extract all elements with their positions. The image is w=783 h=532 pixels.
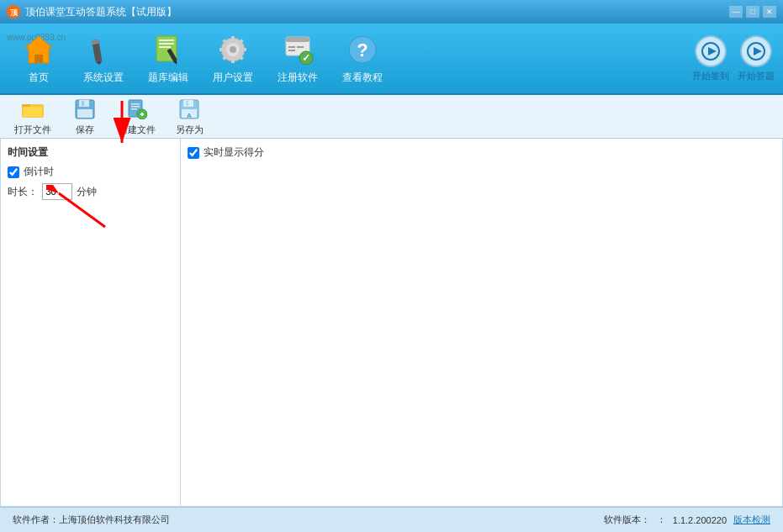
save-icon bbox=[73, 97, 97, 121]
svg-rect-16 bbox=[231, 36, 235, 40]
edit-icon bbox=[151, 33, 185, 66]
realtime-score-row: 实时显示得分 bbox=[188, 145, 775, 160]
svg-rect-53 bbox=[186, 101, 188, 106]
sub-toolbar-save-label: 保存 bbox=[76, 124, 94, 136]
toolbar-label-question-editor: 题库编辑 bbox=[148, 71, 188, 85]
svg-rect-27 bbox=[297, 46, 304, 48]
new-doc-icon bbox=[127, 99, 147, 119]
start-signin-button[interactable]: 开始签到 bbox=[692, 35, 729, 82]
duration-unit: 分钟 bbox=[77, 185, 97, 199]
countdown-row: 倒计时 bbox=[8, 165, 173, 179]
status-bar: 软件作者： 上海顶伯软件科技有限公司 软件版本： ： 1.1.2.200220 … bbox=[0, 507, 783, 532]
duration-label: 时长： bbox=[8, 185, 38, 199]
svg-rect-10 bbox=[159, 46, 171, 48]
svg-rect-26 bbox=[288, 46, 295, 48]
toolbar-label-user-settings: 用户设置 bbox=[213, 71, 253, 85]
svg-rect-50 bbox=[141, 113, 143, 116]
start-answer-label: 开始答题 bbox=[738, 70, 775, 82]
toolbar-item-system-settings[interactable]: 系统设置 bbox=[73, 27, 134, 90]
left-panel: 时间设置 倒计时 时长： 分钟 bbox=[0, 139, 181, 507]
toolbar-item-question-editor[interactable]: 题库编辑 bbox=[138, 27, 198, 90]
toolbar-label-tutorial: 查看教程 bbox=[342, 71, 383, 85]
right-panel: 实时显示得分 bbox=[181, 139, 783, 507]
sub-toolbar-open-file-label: 打开文件 bbox=[14, 124, 51, 136]
time-settings-title: 时间设置 bbox=[8, 145, 173, 160]
version-check-button[interactable]: 版本检测 bbox=[733, 514, 770, 526]
sub-toolbar-open-file[interactable]: 打开文件 bbox=[8, 97, 57, 136]
user-settings-icon bbox=[216, 33, 250, 66]
svg-text:✓: ✓ bbox=[302, 52, 310, 64]
home-icon-wrap bbox=[21, 32, 56, 67]
toolbar-item-user-settings[interactable]: 用户设置 bbox=[203, 27, 263, 90]
help-icon: ? bbox=[346, 33, 379, 66]
svg-rect-18 bbox=[220, 48, 224, 51]
countdown-checkbox[interactable] bbox=[8, 166, 19, 178]
version-label: 软件版本： bbox=[604, 514, 650, 526]
sub-toolbar-new-file[interactable]: 新建文件 bbox=[113, 97, 161, 136]
start-signin-label: 开始签到 bbox=[692, 70, 729, 82]
content-area: 时间设置 倒计时 时长： 分钟 实时显示得分 bbox=[0, 139, 783, 507]
svg-rect-25 bbox=[286, 37, 309, 42]
author-label: 软件作者： bbox=[13, 514, 59, 526]
register-icon-wrap: ✓ bbox=[280, 32, 315, 67]
maximize-button[interactable]: □ bbox=[746, 6, 759, 18]
svg-rect-42 bbox=[82, 101, 84, 106]
window-title: 顶伯课堂互动答题系统【试用版】 bbox=[25, 5, 177, 19]
title-bar: 顶 顶伯课堂互动答题系统【试用版】 — □ ✕ bbox=[0, 0, 783, 24]
main-toolbar: 首页 系统设置 题库编辑 bbox=[0, 24, 783, 95]
save-disk-icon bbox=[75, 99, 95, 119]
realtime-score-checkbox[interactable] bbox=[188, 147, 199, 159]
user-icon-wrap bbox=[215, 32, 251, 67]
register-icon: ✓ bbox=[281, 33, 315, 66]
toolbar-item-register[interactable]: ✓ 注册软件 bbox=[267, 27, 328, 90]
right-toolbar-buttons: 开始签到 开始答题 bbox=[692, 35, 775, 82]
folder-icon bbox=[21, 97, 45, 121]
close-button[interactable]: ✕ bbox=[763, 6, 776, 18]
home-icon bbox=[22, 33, 56, 66]
new-file-icon bbox=[125, 97, 149, 121]
svg-marker-36 bbox=[754, 47, 762, 55]
svg-rect-19 bbox=[242, 48, 246, 51]
toolbar-item-tutorial[interactable]: ? 查看教程 bbox=[332, 27, 393, 90]
duration-row: 时长： 分钟 bbox=[8, 183, 173, 200]
save-as-icon: A bbox=[177, 97, 201, 121]
minimize-button[interactable]: — bbox=[729, 6, 743, 18]
company-name: 上海顶伯软件科技有限公司 bbox=[59, 514, 170, 526]
play-icon-2 bbox=[747, 42, 765, 61]
edit-icon-wrap bbox=[151, 32, 186, 67]
settings-icon-wrap bbox=[86, 32, 121, 67]
start-answer-button[interactable]: 开始答题 bbox=[738, 35, 775, 82]
status-right: 软件版本： ： 1.1.2.200220 版本检测 bbox=[604, 514, 770, 526]
sub-toolbar: 打开文件 保存 新建文件 bbox=[0, 95, 783, 139]
save-as-disk-icon: A bbox=[179, 99, 199, 119]
app-icon: 顶 bbox=[7, 5, 20, 18]
svg-rect-28 bbox=[288, 50, 295, 51]
sub-toolbar-save-as-label: 另存为 bbox=[176, 124, 204, 136]
svg-rect-8 bbox=[159, 40, 174, 41]
countdown-label: 倒计时 bbox=[24, 165, 54, 179]
svg-rect-3 bbox=[34, 55, 43, 63]
version-separator: ： bbox=[657, 514, 666, 526]
toolbar-label-home: 首页 bbox=[29, 71, 49, 85]
svg-rect-45 bbox=[131, 103, 140, 105]
settings-icon bbox=[87, 34, 120, 66]
svg-rect-39 bbox=[24, 107, 42, 117]
sub-toolbar-save-as[interactable]: A 另存为 bbox=[165, 97, 214, 136]
svg-rect-46 bbox=[131, 106, 140, 108]
realtime-score-label: 实时显示得分 bbox=[204, 145, 264, 160]
svg-text:A: A bbox=[187, 112, 192, 119]
svg-text:?: ? bbox=[357, 40, 368, 61]
open-folder-icon bbox=[22, 100, 44, 119]
version-number: 1.1.2.200220 bbox=[673, 515, 727, 525]
help-icon-wrap: ? bbox=[345, 32, 380, 67]
svg-rect-43 bbox=[77, 109, 93, 118]
toolbar-item-home[interactable]: 首页 bbox=[8, 27, 69, 90]
svg-rect-17 bbox=[231, 59, 235, 63]
start-answer-icon bbox=[740, 35, 772, 67]
sub-toolbar-new-file-label: 新建文件 bbox=[119, 124, 156, 136]
svg-rect-9 bbox=[159, 43, 174, 45]
toolbar-label-register: 注册软件 bbox=[278, 71, 318, 85]
sub-toolbar-save[interactable]: 保存 bbox=[61, 97, 109, 136]
window-controls: — □ ✕ bbox=[729, 6, 776, 18]
duration-input[interactable] bbox=[42, 183, 72, 200]
